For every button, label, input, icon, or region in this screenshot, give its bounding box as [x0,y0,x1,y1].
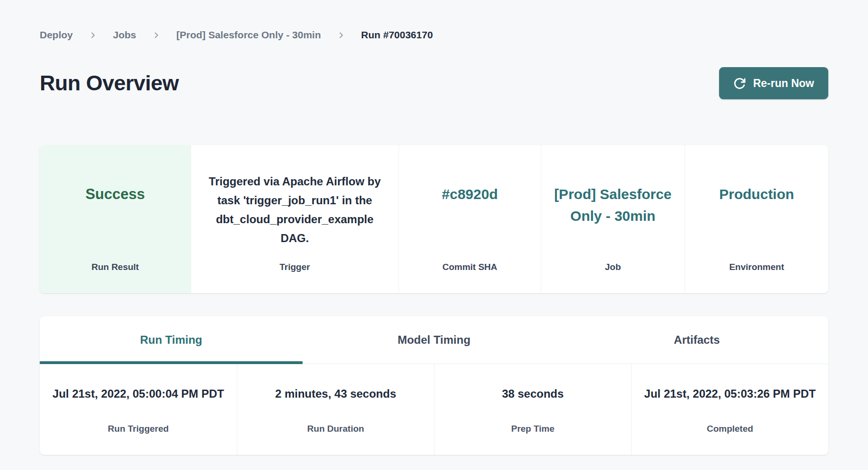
tab-bar: Run Timing Model Timing Artifacts [40,316,828,364]
breadcrumb-item-jobs[interactable]: Jobs [113,29,136,41]
completed-value: Jul 21st, 2022, 05:03:26 PM PDT [644,385,816,421]
summary-cell-commit-sha: #c8920d Commit SHA [399,145,541,293]
run-timing-panel: Jul 21st, 2022, 05:00:04 PM PDT Run Trig… [40,364,828,455]
chevron-right-icon [152,31,160,39]
tab-model-timing[interactable]: Model Timing [303,316,565,364]
run-result-status-badge: Success [52,183,178,205]
tab-model-timing-label: Model Timing [398,333,470,347]
timing-cell-run-duration: 2 minutes, 43 seconds Run Duration [237,364,434,455]
summary-cell-job: [Prod] Salesforce Only - 30min Job [541,145,685,293]
tab-run-timing[interactable]: Run Timing [40,316,303,364]
prep-time-label: Prep Time [511,424,555,434]
tab-run-timing-label: Run Timing [140,333,202,347]
prep-time-value: 38 seconds [502,385,564,421]
commit-sha-link[interactable]: #c8920d [411,183,529,205]
environment-link[interactable]: Production [697,183,816,205]
run-overview-page: Deploy Jobs [Prod] Salesforce Only - 30m… [0,0,868,470]
trigger-label: Trigger [203,262,386,272]
environment-label: Environment [697,262,816,272]
run-duration-label: Run Duration [307,424,364,434]
run-triggered-label: Run Triggered [108,424,169,434]
timing-cell-completed: Jul 21st, 2022, 05:03:26 PM PDT Complete… [631,364,828,455]
summary-cell-trigger: Triggered via Apache Airflow by task 'tr… [191,145,399,293]
active-tab-underline [40,361,303,364]
breadcrumb-item-deploy[interactable]: Deploy [40,29,73,41]
run-detail-card: Run Timing Model Timing Artifacts Jul 21… [40,316,828,455]
summary-cell-run-result: Success Run Result [40,145,191,293]
completed-label: Completed [707,424,753,434]
chevron-right-icon [89,31,97,39]
trigger-value: Triggered via Apache Airflow by task 'tr… [203,172,386,248]
refresh-icon [733,77,746,90]
timing-cell-run-triggered: Jul 21st, 2022, 05:00:04 PM PDT Run Trig… [40,364,237,455]
timing-cell-prep-time: 38 seconds Prep Time [434,364,631,455]
breadcrumb-item-run-number: Run #70036170 [361,29,433,41]
commit-sha-label: Commit SHA [411,262,529,272]
tab-artifacts-label: Artifacts [674,333,720,347]
chevron-right-icon [337,31,345,39]
tab-artifacts[interactable]: Artifacts [565,316,828,364]
rerun-now-button[interactable]: Re-run Now [719,67,828,99]
run-summary-card: Success Run Result Triggered via Apache … [40,145,828,293]
run-triggered-value: Jul 21st, 2022, 05:00:04 PM PDT [52,385,224,421]
job-link[interactable]: [Prod] Salesforce Only - 30min [554,183,672,227]
breadcrumb-item-job-name[interactable]: [Prod] Salesforce Only - 30min [176,29,321,41]
run-result-label: Run Result [52,262,178,272]
page-title: Run Overview [40,71,179,96]
job-label: Job [554,262,672,272]
page-header: Run Overview Re-run Now [40,67,828,99]
breadcrumb: Deploy Jobs [Prod] Salesforce Only - 30m… [40,0,828,41]
summary-cell-environment: Production Environment [685,145,828,293]
run-duration-value: 2 minutes, 43 seconds [275,385,396,421]
rerun-now-button-label: Re-run Now [753,77,814,90]
